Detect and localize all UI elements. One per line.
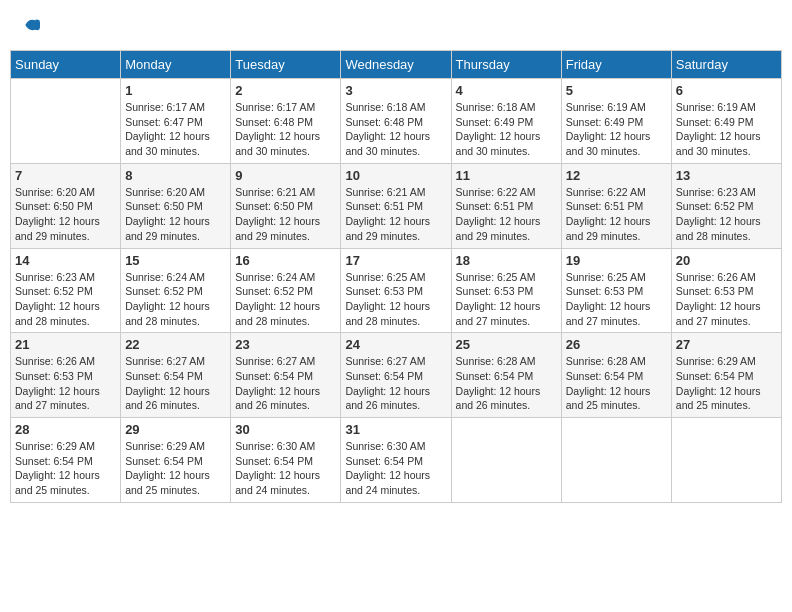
calendar-cell: 18Sunrise: 6:25 AM Sunset: 6:53 PM Dayli… <box>451 248 561 333</box>
day-info: Sunrise: 6:27 AM Sunset: 6:54 PM Dayligh… <box>235 354 336 413</box>
day-number: 1 <box>125 83 226 98</box>
day-info: Sunrise: 6:25 AM Sunset: 6:53 PM Dayligh… <box>456 270 557 329</box>
calendar-cell: 1Sunrise: 6:17 AM Sunset: 6:47 PM Daylig… <box>121 79 231 164</box>
calendar-cell: 7Sunrise: 6:20 AM Sunset: 6:50 PM Daylig… <box>11 163 121 248</box>
calendar-week-row: 21Sunrise: 6:26 AM Sunset: 6:53 PM Dayli… <box>11 333 782 418</box>
day-info: Sunrise: 6:19 AM Sunset: 6:49 PM Dayligh… <box>676 100 777 159</box>
column-header-sunday: Sunday <box>11 51 121 79</box>
day-number: 25 <box>456 337 557 352</box>
calendar-cell: 22Sunrise: 6:27 AM Sunset: 6:54 PM Dayli… <box>121 333 231 418</box>
calendar-week-row: 28Sunrise: 6:29 AM Sunset: 6:54 PM Dayli… <box>11 418 782 503</box>
calendar-week-row: 7Sunrise: 6:20 AM Sunset: 6:50 PM Daylig… <box>11 163 782 248</box>
calendar-cell: 3Sunrise: 6:18 AM Sunset: 6:48 PM Daylig… <box>341 79 451 164</box>
day-info: Sunrise: 6:19 AM Sunset: 6:49 PM Dayligh… <box>566 100 667 159</box>
day-number: 27 <box>676 337 777 352</box>
page-header <box>10 10 782 40</box>
day-info: Sunrise: 6:28 AM Sunset: 6:54 PM Dayligh… <box>566 354 667 413</box>
calendar-cell: 11Sunrise: 6:22 AM Sunset: 6:51 PM Dayli… <box>451 163 561 248</box>
logo <box>20 15 42 35</box>
day-number: 29 <box>125 422 226 437</box>
day-number: 12 <box>566 168 667 183</box>
calendar-header-row: SundayMondayTuesdayWednesdayThursdayFrid… <box>11 51 782 79</box>
calendar-cell: 15Sunrise: 6:24 AM Sunset: 6:52 PM Dayli… <box>121 248 231 333</box>
column-header-saturday: Saturday <box>671 51 781 79</box>
day-info: Sunrise: 6:18 AM Sunset: 6:49 PM Dayligh… <box>456 100 557 159</box>
logo-icon <box>22 15 42 35</box>
calendar-table: SundayMondayTuesdayWednesdayThursdayFrid… <box>10 50 782 503</box>
calendar-cell: 8Sunrise: 6:20 AM Sunset: 6:50 PM Daylig… <box>121 163 231 248</box>
calendar-cell: 27Sunrise: 6:29 AM Sunset: 6:54 PM Dayli… <box>671 333 781 418</box>
calendar-cell: 13Sunrise: 6:23 AM Sunset: 6:52 PM Dayli… <box>671 163 781 248</box>
calendar-cell: 6Sunrise: 6:19 AM Sunset: 6:49 PM Daylig… <box>671 79 781 164</box>
day-info: Sunrise: 6:23 AM Sunset: 6:52 PM Dayligh… <box>15 270 116 329</box>
calendar-cell: 14Sunrise: 6:23 AM Sunset: 6:52 PM Dayli… <box>11 248 121 333</box>
calendar-cell: 31Sunrise: 6:30 AM Sunset: 6:54 PM Dayli… <box>341 418 451 503</box>
day-info: Sunrise: 6:27 AM Sunset: 6:54 PM Dayligh… <box>345 354 446 413</box>
day-number: 8 <box>125 168 226 183</box>
day-number: 23 <box>235 337 336 352</box>
day-number: 7 <box>15 168 116 183</box>
day-info: Sunrise: 6:22 AM Sunset: 6:51 PM Dayligh… <box>566 185 667 244</box>
calendar-cell: 2Sunrise: 6:17 AM Sunset: 6:48 PM Daylig… <box>231 79 341 164</box>
day-info: Sunrise: 6:23 AM Sunset: 6:52 PM Dayligh… <box>676 185 777 244</box>
day-number: 21 <box>15 337 116 352</box>
calendar-week-row: 1Sunrise: 6:17 AM Sunset: 6:47 PM Daylig… <box>11 79 782 164</box>
day-number: 2 <box>235 83 336 98</box>
calendar-cell: 19Sunrise: 6:25 AM Sunset: 6:53 PM Dayli… <box>561 248 671 333</box>
calendar-week-row: 14Sunrise: 6:23 AM Sunset: 6:52 PM Dayli… <box>11 248 782 333</box>
day-number: 18 <box>456 253 557 268</box>
calendar-cell: 12Sunrise: 6:22 AM Sunset: 6:51 PM Dayli… <box>561 163 671 248</box>
day-info: Sunrise: 6:25 AM Sunset: 6:53 PM Dayligh… <box>345 270 446 329</box>
day-info: Sunrise: 6:30 AM Sunset: 6:54 PM Dayligh… <box>235 439 336 498</box>
day-info: Sunrise: 6:29 AM Sunset: 6:54 PM Dayligh… <box>676 354 777 413</box>
day-info: Sunrise: 6:29 AM Sunset: 6:54 PM Dayligh… <box>15 439 116 498</box>
day-info: Sunrise: 6:21 AM Sunset: 6:50 PM Dayligh… <box>235 185 336 244</box>
day-number: 20 <box>676 253 777 268</box>
day-number: 16 <box>235 253 336 268</box>
calendar-cell: 4Sunrise: 6:18 AM Sunset: 6:49 PM Daylig… <box>451 79 561 164</box>
calendar-cell: 5Sunrise: 6:19 AM Sunset: 6:49 PM Daylig… <box>561 79 671 164</box>
day-number: 10 <box>345 168 446 183</box>
column-header-thursday: Thursday <box>451 51 561 79</box>
calendar-cell: 30Sunrise: 6:30 AM Sunset: 6:54 PM Dayli… <box>231 418 341 503</box>
calendar-cell: 25Sunrise: 6:28 AM Sunset: 6:54 PM Dayli… <box>451 333 561 418</box>
day-number: 17 <box>345 253 446 268</box>
day-number: 22 <box>125 337 226 352</box>
day-number: 13 <box>676 168 777 183</box>
column-header-tuesday: Tuesday <box>231 51 341 79</box>
day-info: Sunrise: 6:27 AM Sunset: 6:54 PM Dayligh… <box>125 354 226 413</box>
day-number: 31 <box>345 422 446 437</box>
day-number: 11 <box>456 168 557 183</box>
column-header-monday: Monday <box>121 51 231 79</box>
calendar-cell <box>671 418 781 503</box>
day-info: Sunrise: 6:18 AM Sunset: 6:48 PM Dayligh… <box>345 100 446 159</box>
day-number: 14 <box>15 253 116 268</box>
day-number: 19 <box>566 253 667 268</box>
day-info: Sunrise: 6:21 AM Sunset: 6:51 PM Dayligh… <box>345 185 446 244</box>
calendar-cell: 21Sunrise: 6:26 AM Sunset: 6:53 PM Dayli… <box>11 333 121 418</box>
calendar-cell: 20Sunrise: 6:26 AM Sunset: 6:53 PM Dayli… <box>671 248 781 333</box>
day-number: 15 <box>125 253 226 268</box>
day-info: Sunrise: 6:30 AM Sunset: 6:54 PM Dayligh… <box>345 439 446 498</box>
day-number: 4 <box>456 83 557 98</box>
day-number: 5 <box>566 83 667 98</box>
day-info: Sunrise: 6:22 AM Sunset: 6:51 PM Dayligh… <box>456 185 557 244</box>
calendar-cell: 9Sunrise: 6:21 AM Sunset: 6:50 PM Daylig… <box>231 163 341 248</box>
calendar-cell: 28Sunrise: 6:29 AM Sunset: 6:54 PM Dayli… <box>11 418 121 503</box>
day-info: Sunrise: 6:26 AM Sunset: 6:53 PM Dayligh… <box>15 354 116 413</box>
calendar-cell: 17Sunrise: 6:25 AM Sunset: 6:53 PM Dayli… <box>341 248 451 333</box>
day-info: Sunrise: 6:24 AM Sunset: 6:52 PM Dayligh… <box>125 270 226 329</box>
day-info: Sunrise: 6:29 AM Sunset: 6:54 PM Dayligh… <box>125 439 226 498</box>
day-number: 3 <box>345 83 446 98</box>
calendar-cell <box>451 418 561 503</box>
day-number: 26 <box>566 337 667 352</box>
calendar-cell: 26Sunrise: 6:28 AM Sunset: 6:54 PM Dayli… <box>561 333 671 418</box>
day-number: 9 <box>235 168 336 183</box>
calendar-cell: 16Sunrise: 6:24 AM Sunset: 6:52 PM Dayli… <box>231 248 341 333</box>
calendar-cell: 10Sunrise: 6:21 AM Sunset: 6:51 PM Dayli… <box>341 163 451 248</box>
column-header-friday: Friday <box>561 51 671 79</box>
day-info: Sunrise: 6:17 AM Sunset: 6:48 PM Dayligh… <box>235 100 336 159</box>
day-number: 30 <box>235 422 336 437</box>
day-info: Sunrise: 6:24 AM Sunset: 6:52 PM Dayligh… <box>235 270 336 329</box>
calendar-cell <box>561 418 671 503</box>
